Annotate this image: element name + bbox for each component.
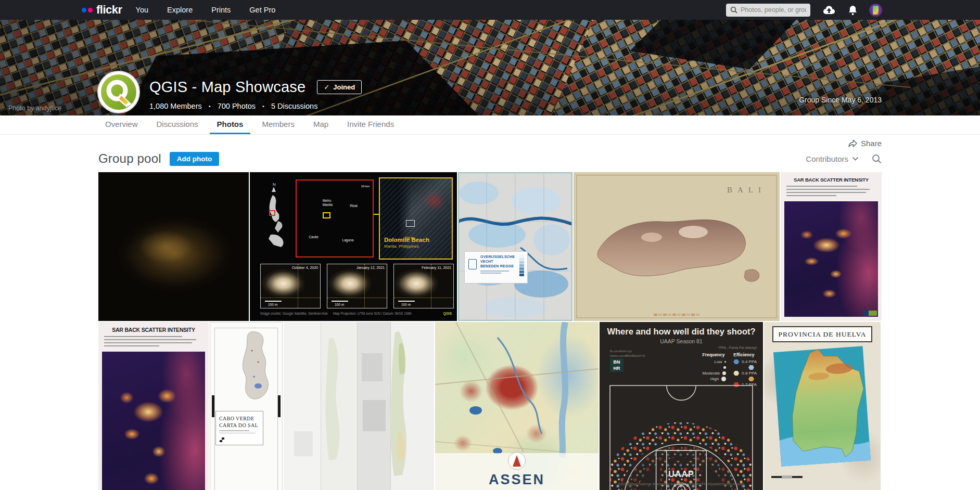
nav-you[interactable]: You: [136, 6, 148, 14]
contributors-dropdown[interactable]: Contributors: [806, 154, 858, 163]
group-title: QGIS - Map Showcase: [149, 79, 306, 96]
tab-map[interactable]: Map: [306, 115, 336, 134]
shotchart-legend: Frequency Low Moderate High Efficiency 0…: [702, 352, 757, 388]
photo-tile-dark-relief[interactable]: [98, 172, 249, 321]
photo-tile-vecht-flood-map[interactable]: OVERIJSSELSCHE VECHT BENEDEN REGGE: [458, 172, 572, 321]
inset-connector-line: [374, 214, 389, 215]
shotchart-title: Where and how well did they shoot?: [600, 327, 763, 337]
assen-map-art: [435, 322, 599, 490]
nav-get-pro[interactable]: Get Pro: [249, 6, 275, 14]
nav-explore[interactable]: Explore: [167, 6, 193, 14]
detail-white-box: [406, 220, 415, 227]
sar-title: SAR BACK SCATTER INTENSITY: [102, 327, 205, 333]
photo-tile-cabo-verde-sal[interactable]: CABO VERDE CARTA DO SAL: [210, 322, 283, 490]
label-cavite: Cavite: [309, 235, 318, 239]
sar-map-art: [102, 352, 205, 490]
photo-tile-portugal-sheets[interactable]: [284, 322, 434, 490]
share-button[interactable]: Share: [848, 139, 882, 148]
credit-center: Map Projection: UTM zone 51N / Datum: WG…: [333, 312, 412, 315]
huelva-title: PROVINCIA DE HUELVA: [778, 330, 866, 339]
timeseries-crop-2: January 12, 2021 100 m: [327, 264, 387, 308]
pool-search-icon[interactable]: [872, 154, 882, 164]
group-avatar[interactable]: [98, 72, 139, 112]
sal-edge-tick: [278, 395, 281, 417]
tab-invite-friends[interactable]: Invite Friends: [340, 115, 401, 134]
tab-overview[interactable]: Overview: [98, 115, 145, 134]
global-search[interactable]: [726, 4, 810, 17]
notifications-icon[interactable]: [848, 5, 858, 16]
search-input[interactable]: [741, 6, 806, 14]
scale-10km: 10 km: [361, 185, 370, 188]
bali-legend-strip: [654, 314, 699, 316]
share-row: Share: [98, 137, 882, 149]
photo-tile-dolomite-beach[interactable]: N 10 km Metro Manila Rizal Cavite Laguna: [250, 172, 457, 321]
sar-map-art: [784, 201, 878, 317]
shotchart-social: fb.com/bnhr.xyz twitter.com/BNHRdotXYZ: [610, 349, 645, 358]
map-sheet-2: [321, 322, 358, 490]
label-metro-manila: Metro Manila: [323, 199, 340, 207]
sar-meta-lines: [104, 336, 204, 349]
vecht-legend-subtitle: BENEDEN REGGE: [480, 264, 524, 269]
crop-date-2: January 12, 2021: [357, 266, 385, 269]
photo-tile-assen[interactable]: ASSEN SCHAAL 1 : 20.000 234.000 557.000: [435, 322, 599, 490]
search-icon: [730, 6, 737, 14]
compass-n: N: [273, 182, 276, 187]
scale-100m: 100 m: [401, 303, 411, 306]
group-cover: QGIS - Map Showcase ✓ Joined 1,080 Membe…: [0, 20, 980, 115]
dolomite-subtitle: Manila, Philippines: [384, 244, 419, 249]
label-laguna: Laguna: [342, 238, 354, 242]
bnhr-logo: BNHR: [610, 358, 623, 372]
joined-button[interactable]: ✓ Joined: [317, 80, 362, 94]
photo-row-2: SAR BACK SCATTER INTENSITY: [98, 322, 882, 490]
members-count[interactable]: 1,080 Members: [149, 102, 202, 110]
social-twitter: twitter.com/BNHRdotXYZ: [610, 354, 645, 358]
pool-header: Group pool Add photo Contributors: [98, 150, 882, 167]
legend-efficiency: Efficiency 0.4 PPA 0.8 PPA 1.2 PPA: [733, 352, 757, 388]
map-sheet-1: [284, 322, 321, 490]
assen-title-block: ASSEN SCHAAL 1 : 20.000 234.000 557.000: [435, 453, 599, 490]
photo-tile-sar-backscatter-2[interactable]: SAR BACK SCATTER INTENSITY: [98, 322, 209, 490]
stats-separator: •: [262, 103, 264, 109]
group-since: Group Since May 6, 2013: [799, 96, 882, 104]
flickr-logo[interactable]: flickr: [82, 4, 122, 16]
huelva-title-box: PROVINCIA DE HUELVA: [772, 326, 872, 342]
cover-photo-credit[interactable]: Photo by andyjtice: [8, 105, 61, 112]
stats-separator: •: [209, 103, 211, 109]
crop-date-3: February 11, 2021: [422, 266, 451, 269]
photo-tile-sar-backscatter-1[interactable]: SAR BACK SCATTER INTENSITY: [781, 172, 882, 321]
qgis-logo-icon: [98, 72, 139, 112]
photo-tile-huelva[interactable]: PROVINCIA DE HUELVA: [764, 322, 881, 490]
photo-tile-uaap-shot-chart[interactable]: Where and how well did they shoot? UAAP …: [600, 322, 763, 490]
manila-overview-panel: 10 km Metro Manila Rizal Cavite Laguna: [296, 179, 374, 257]
photo-tile-bali-antique-map[interactable]: BALI: [574, 172, 780, 321]
photos-count[interactable]: 700 Photos: [218, 102, 256, 110]
scale-300m: 300 m: [404, 236, 414, 240]
vecht-legend-title: OVERIJSSELSCHE VECHT: [480, 255, 524, 264]
photos-content: Share Group pool Add photo Contributors: [98, 137, 882, 490]
tab-members[interactable]: Members: [254, 115, 302, 134]
social-fb: fb.com/bnhr.xyz: [610, 349, 645, 354]
scale-100m: 100 m: [335, 303, 344, 306]
nav-links: You Explore Prints Get Pro: [136, 6, 276, 14]
tab-discussions[interactable]: Discussions: [149, 115, 206, 134]
upload-icon[interactable]: [822, 5, 836, 15]
group-identity: QGIS - Map Showcase ✓ Joined 1,080 Membe…: [98, 72, 362, 112]
huelva-scale-bar: [771, 476, 803, 478]
group-header-text: QGIS - Map Showcase ✓ Joined 1,080 Membe…: [149, 79, 362, 110]
vecht-legend: OVERIJSSELSCHE VECHT BENEDEN REGGE: [464, 251, 528, 283]
discussions-count[interactable]: 5 Discussions: [271, 102, 317, 110]
inset-yellow-box: [323, 212, 330, 218]
vecht-legend-ramp: [519, 255, 524, 277]
add-photo-button[interactable]: Add photo: [170, 152, 219, 166]
user-avatar[interactable]: [869, 4, 882, 17]
nav-prints[interactable]: Prints: [211, 6, 231, 14]
label-rizal: Rizal: [350, 204, 357, 208]
sal-edge-tick: [212, 395, 214, 417]
tab-photos[interactable]: Photos: [210, 115, 251, 134]
bali-island-art: [574, 172, 780, 321]
pool-tools: Contributors: [806, 154, 882, 164]
sar-title: SAR BACK SCATTER INTENSITY: [784, 177, 878, 183]
compass-icon: [508, 452, 526, 470]
court-art: [608, 383, 755, 490]
check-icon: ✓: [324, 83, 329, 91]
